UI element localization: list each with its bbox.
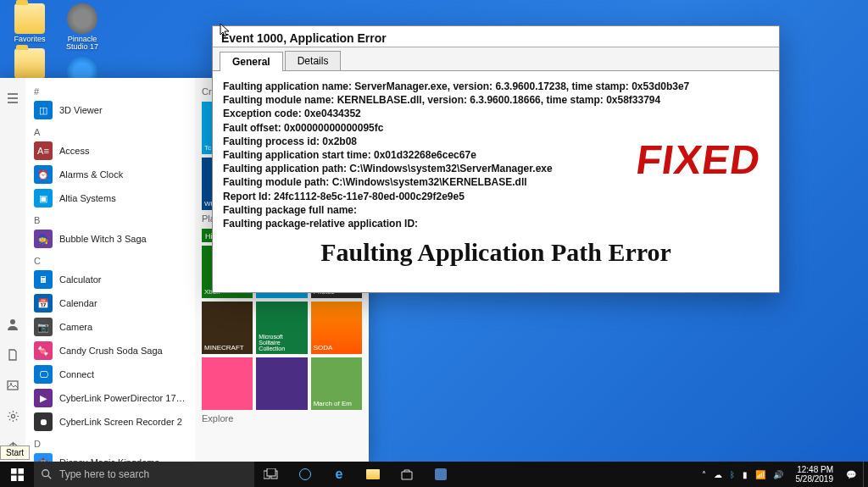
tile-play3-1[interactable] <box>202 357 253 410</box>
app-connect[interactable]: 🖵Connect <box>25 362 195 386</box>
tile-solitaire[interactable]: Microsoft Solitaire Collection <box>256 302 307 354</box>
search-icon <box>41 468 53 480</box>
pictures-button[interactable] <box>0 370 25 401</box>
event-line: Exception code: 0xe0434352 <box>223 107 769 120</box>
settings-button[interactable] <box>0 401 25 431</box>
event-line: Faulting module name: KERNELBASE.dll, ve… <box>223 93 769 107</box>
start-app-list[interactable]: # ◫3D Viewer A A≡Access ⏰Alarms & Clock … <box>25 78 195 462</box>
app-camera[interactable]: 📷Camera <box>25 315 195 339</box>
app-calculator[interactable]: 🖩Calculator <box>25 268 195 291</box>
tray-bluetooth-icon[interactable]: ᛒ <box>730 470 735 479</box>
app-bubble-witch[interactable]: 🧙Bubble Witch 3 Saga <box>25 227 195 251</box>
event-line: Faulting package full name: <box>223 203 769 217</box>
app-list-letter[interactable]: A <box>25 122 195 139</box>
start-sidebar <box>0 78 25 462</box>
svg-rect-7 <box>18 468 24 474</box>
app-list-letter[interactable]: B <box>25 210 195 227</box>
action-center-icon[interactable]: 💬 <box>846 470 856 479</box>
svg-rect-6 <box>11 468 17 474</box>
start-menu-expand-button[interactable] <box>0 83 25 113</box>
app-candy-crush[interactable]: 🍬Candy Crush Soda Saga <box>25 339 195 362</box>
taskbar-date: 5/28/2019 <box>796 474 834 484</box>
tab-details[interactable]: Details <box>285 51 342 70</box>
event-title: Event 1000, Application Error <box>213 26 779 47</box>
system-tray: ˄ ☁ ᛒ ▮ 📶 🔊 12:48 PM 5/28/2019 💬 <box>695 462 864 487</box>
tile-play3-2[interactable] <box>256 357 307 410</box>
svg-line-11 <box>48 476 52 479</box>
fixed-stamp: FIXED <box>633 136 764 183</box>
svg-rect-1 <box>8 381 18 390</box>
taskbar-search[interactable]: Type here to search <box>34 462 254 487</box>
desktop-icon-label: Pinnacle Studio 17 <box>58 36 107 52</box>
documents-button[interactable] <box>0 340 25 370</box>
desktop-icon-favorites[interactable]: Favorites <box>5 3 54 43</box>
taskbar-explorer[interactable] <box>356 462 390 487</box>
svg-rect-9 <box>18 475 24 481</box>
taskbar-store[interactable] <box>390 462 424 487</box>
svg-point-0 <box>10 319 15 324</box>
svg-point-10 <box>42 470 49 477</box>
task-view-button[interactable] <box>254 462 288 487</box>
tile-group-explore[interactable]: Explore <box>202 413 362 423</box>
app-icon <box>67 3 97 34</box>
taskbar-edge[interactable]: e <box>322 462 356 487</box>
svg-rect-14 <box>267 468 275 476</box>
svg-point-3 <box>11 414 14 418</box>
tray-volume-icon[interactable]: 🔊 <box>773 470 783 479</box>
show-desktop-button[interactable] <box>863 462 868 487</box>
app-cyberlink-powerdirector[interactable]: ▶CyberLink PowerDirector 17 (64-bit) <box>25 386 195 410</box>
app-altia-systems[interactable]: ▣Altia Systems <box>25 186 195 210</box>
tile-march-of-empires[interactable]: March of Em <box>311 357 362 410</box>
app-access[interactable]: A≡Access <box>25 139 195 163</box>
app-calendar[interactable]: 📅Calendar <box>25 291 195 315</box>
app-cyberlink-screen-recorder[interactable]: ⏺CyberLink Screen Recorder 2 <box>25 410 195 434</box>
taskbar-cortana[interactable] <box>288 462 322 487</box>
app-list-letter[interactable]: C <box>25 251 195 268</box>
taskbar-app[interactable] <box>424 462 458 487</box>
app-list-letter[interactable]: D <box>25 434 195 451</box>
overlay-caption: Faulting Application Path Error <box>223 230 769 277</box>
event-viewer-window: Event 1000, Application Error General De… <box>212 25 780 293</box>
taskbar-clock[interactable]: 12:48 PM 5/28/2019 <box>791 465 839 484</box>
folder-icon <box>14 3 45 34</box>
folder-icon <box>14 48 45 79</box>
tray-wifi-icon[interactable]: 📶 <box>755 470 765 479</box>
start-button[interactable] <box>0 462 34 487</box>
search-placeholder: Type here to search <box>59 468 149 480</box>
app-3d-viewer[interactable]: ◫3D Viewer <box>25 98 195 122</box>
tile-minecraft[interactable]: MINECRAFT <box>202 302 253 354</box>
svg-rect-8 <box>11 475 17 481</box>
event-line: Faulting package-relative application ID… <box>223 217 769 230</box>
event-tabs: General Details <box>213 47 779 71</box>
app-disney-magic[interactable]: 🏰Disney Magic Kingdoms <box>25 451 195 462</box>
event-line: Faulting application name: ServerManager… <box>223 80 769 93</box>
tab-general[interactable]: General <box>220 52 283 71</box>
start-tooltip: Start <box>0 445 30 460</box>
event-line: Fault offset: 0x00000000000095fc <box>223 121 769 135</box>
event-line: Report Id: 24fc1112-8e5c-11e7-80ed-000c2… <box>223 190 769 203</box>
user-account-button[interactable] <box>0 309 25 340</box>
tray-chevron-up-icon[interactable]: ˄ <box>702 470 706 479</box>
desktop-icon-label: Favorites <box>5 36 54 43</box>
taskbar-time: 12:48 PM <box>796 465 834 474</box>
taskbar: Type here to search e ˄ ☁ ᛒ ▮ 📶 🔊 12:48 … <box>0 462 868 487</box>
desktop-icon-pinnacle[interactable]: Pinnacle Studio 17 <box>58 3 107 52</box>
tile-soda[interactable]: SODA <box>311 302 362 354</box>
app-alarms-clock[interactable]: ⏰Alarms & Clock <box>25 163 195 186</box>
cursor-icon <box>219 22 234 37</box>
tray-onedrive-icon[interactable]: ☁ <box>714 470 722 479</box>
tray-battery-icon[interactable]: ▮ <box>743 470 748 479</box>
app-list-letter[interactable]: # <box>25 81 195 98</box>
